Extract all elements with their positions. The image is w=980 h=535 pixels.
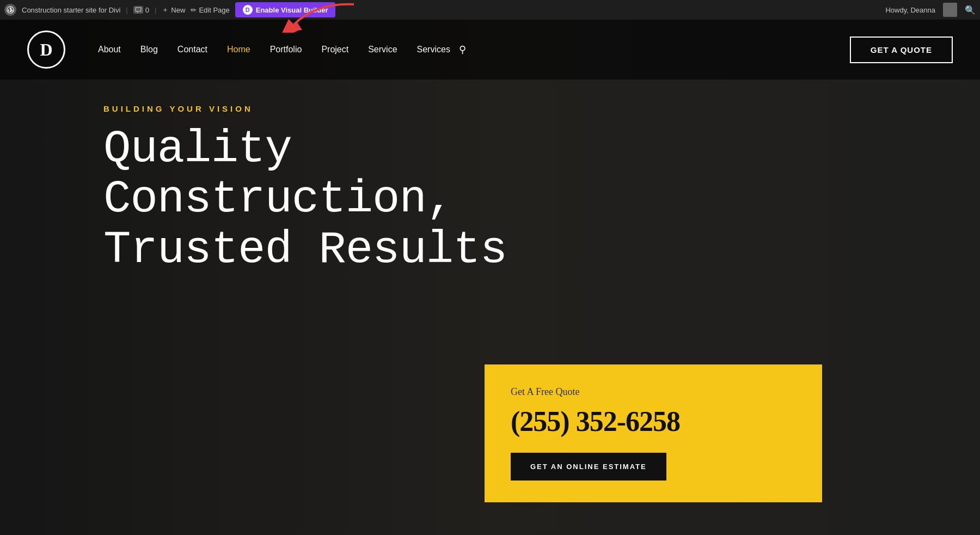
quote-box: Get A Free Quote (255) 352-6258 GET AN O… bbox=[485, 364, 822, 502]
site-navigation: D About Blog Contact Home Portfolio Proj… bbox=[0, 20, 980, 80]
comment-bubble bbox=[133, 6, 143, 14]
admin-bar: Construction starter site for Divi | 0 |… bbox=[0, 0, 980, 20]
enable-visual-builder-button[interactable]: D Enable Visual Builder bbox=[235, 2, 336, 17]
search-icon[interactable]: 🔍 bbox=[965, 5, 976, 15]
nav-item-home[interactable]: Home bbox=[227, 45, 250, 54]
pencil-icon: ✏ bbox=[191, 6, 197, 14]
quote-phone: (255) 352-6258 bbox=[511, 405, 796, 437]
nav-item-blog[interactable]: Blog bbox=[140, 45, 158, 54]
nav-item-contact[interactable]: Contact bbox=[177, 45, 207, 54]
nav-links: About Blog Contact Home Portfolio Projec… bbox=[98, 45, 450, 54]
new-link[interactable]: ＋ New bbox=[162, 5, 185, 15]
nav-item-project[interactable]: Project bbox=[321, 45, 348, 54]
site-logo[interactable]: D bbox=[27, 31, 65, 69]
hero-subtitle: BUILDING YOUR VISION bbox=[103, 104, 593, 113]
site-name[interactable]: Construction starter site for Divi bbox=[22, 6, 120, 14]
user-avatar[interactable] bbox=[943, 3, 957, 17]
nav-item-about[interactable]: About bbox=[98, 45, 121, 54]
estimate-button[interactable]: GET AN ONLINE ESTIMATE bbox=[511, 453, 666, 481]
hero-content: BUILDING YOUR VISION Quality Constructio… bbox=[103, 104, 593, 275]
comments-link[interactable]: 0 bbox=[133, 6, 149, 14]
site-wrapper: D About Blog Contact Home Portfolio Proj… bbox=[0, 20, 980, 535]
wordpress-logo[interactable] bbox=[4, 4, 16, 16]
admin-bar-right: Howdy, Deanna 🔍 bbox=[885, 3, 976, 17]
admin-bar-left: Construction starter site for Divi | 0 |… bbox=[4, 2, 335, 17]
nav-item-services[interactable]: Services bbox=[417, 45, 450, 54]
logo-letter: D bbox=[40, 40, 52, 60]
nav-item-service[interactable]: Service bbox=[368, 45, 397, 54]
plus-icon: ＋ bbox=[162, 5, 169, 15]
howdy-text: Howdy, Deanna bbox=[885, 6, 935, 14]
hero-title: Quality Construction, Trusted Results bbox=[103, 124, 593, 275]
nav-search-icon[interactable]: ⚲ bbox=[459, 44, 466, 56]
divi-icon: D bbox=[243, 5, 253, 15]
nav-item-portfolio[interactable]: Portfolio bbox=[270, 45, 302, 54]
quote-label: Get A Free Quote bbox=[511, 386, 796, 398]
edit-page-link[interactable]: ✏ Edit Page bbox=[191, 6, 229, 14]
get-quote-button[interactable]: GET A QUOTE bbox=[850, 37, 953, 63]
